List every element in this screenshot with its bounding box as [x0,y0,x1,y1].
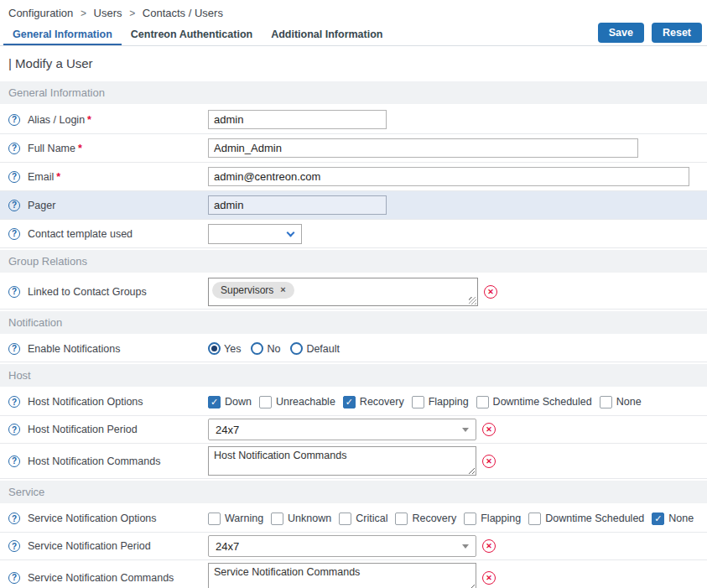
checkbox-unknown[interactable]: Unknown [271,513,331,525]
checkbox-recovery[interactable]: Recovery [343,396,404,408]
breadcrumb-users[interactable]: Users [94,7,122,19]
host-notification-commands-label: Host Notification Commands [28,455,160,467]
clear-field-icon[interactable] [484,285,497,299]
row-linked-contact-groups: Linked to Contact Groups Supervisors [0,274,707,310]
row-host-notification-commands: Host Notification Commands Host Notifica… [0,444,707,479]
help-icon[interactable] [8,171,20,183]
clear-field-icon[interactable] [482,539,496,553]
help-icon[interactable] [8,343,20,355]
pager-input[interactable] [208,195,387,215]
checkbox-down[interactable]: Down [208,396,252,408]
row-pager: Pager [0,191,707,220]
section-header-notification: Notification [0,311,707,334]
checkbox-none[interactable]: None [652,513,694,525]
help-icon[interactable] [8,540,20,552]
help-icon[interactable] [8,396,20,408]
service-period-value: 24x7 [216,540,239,553]
checkbox-icon[interactable] [208,396,221,408]
service-notification-period-dropdown[interactable]: 24x7 [208,535,476,557]
checkbox-icon[interactable] [395,513,408,525]
help-icon[interactable] [8,513,20,524]
reset-button[interactable]: Reset [652,23,702,43]
dropdown-caret-icon [462,428,469,432]
host-notification-period-label: Host Notification Period [28,424,138,435]
contact-template-label: Contact template used [28,228,133,240]
checkbox-downtime-scheduled[interactable]: Downtime Scheduled [476,396,592,408]
checkbox-icon[interactable] [259,396,272,408]
email-input[interactable] [208,167,689,186]
help-icon[interactable] [8,286,20,298]
row-service-notification-commands: Service Notification Commands Service No… [0,560,707,588]
radio-icon[interactable] [290,342,303,355]
host-notification-period-dropdown[interactable]: 24x7 [208,419,476,440]
radio-no[interactable]: No [251,342,280,355]
checkbox-unreachable[interactable]: Unreachable [259,396,335,408]
chip-label: Supervisors [221,284,273,296]
help-icon[interactable] [8,228,20,240]
help-icon[interactable] [8,200,20,211]
checkbox-icon[interactable] [464,513,476,525]
section-header-general-information: General Information [0,81,707,104]
resize-handle[interactable] [469,297,476,304]
checkbox-icon[interactable] [343,396,356,408]
radio-icon[interactable] [251,342,263,355]
alias-login-input[interactable] [208,110,387,129]
checkbox-icon[interactable] [271,513,283,525]
service-notification-commands-input[interactable]: Service Notification Commands [208,563,476,588]
contact-groups-multiselect[interactable]: Supervisors [208,278,478,306]
radio-icon[interactable] [208,342,221,355]
dropdown-caret-icon [462,544,469,549]
help-icon[interactable] [8,424,20,435]
checkbox-icon[interactable] [412,396,424,408]
pager-label: Pager [28,200,55,211]
chip-remove-icon[interactable] [280,285,285,294]
help-icon[interactable] [8,114,20,126]
linked-contact-groups-label: Linked to Contact Groups [28,286,147,298]
checkbox-flapping[interactable]: Flapping [464,513,521,525]
help-icon[interactable] [8,455,20,467]
clear-field-icon[interactable] [482,423,496,436]
checkbox-flapping[interactable]: Flapping [412,396,469,408]
host-options-checkbox-group: Down Unreachable Recovery Flapping Downt… [208,396,642,408]
checkbox-none[interactable]: None [600,396,642,408]
checkbox-warning[interactable]: Warning [208,513,263,525]
breadcrumb-configuration[interactable]: Configuration [8,7,73,19]
clear-field-icon[interactable] [482,571,496,585]
breadcrumb: Configuration > Users > Contacts / Users [0,0,707,23]
required-asterisk: * [87,114,91,126]
host-notification-commands-input[interactable]: Host Notification Commands [208,446,476,476]
checkbox-icon[interactable] [600,396,612,408]
checkbox-recovery[interactable]: Recovery [395,513,456,525]
contact-template-select[interactable] [208,224,302,244]
service-notification-period-label: Service Notification Period [28,540,151,552]
checkbox-icon[interactable] [528,513,541,525]
tab-centreon-authentication[interactable]: Centreon Authentication [122,23,262,45]
tab-general-information[interactable]: General Information [3,23,122,45]
radio-default[interactable]: Default [290,342,340,355]
section-header-group-relations: Group Relations [0,250,707,273]
help-icon[interactable] [8,143,20,154]
required-asterisk: * [78,143,82,154]
section-header-host: Host [0,364,707,387]
email-label: Email* [28,171,60,183]
tab-additional-information[interactable]: Additional Information [262,23,392,45]
checkbox-icon[interactable] [652,513,664,525]
checkbox-icon[interactable] [476,396,489,408]
row-service-notification-period: Service Notification Period 24x7 [0,533,707,560]
service-notification-commands-label: Service Notification Commands [28,572,174,584]
clear-field-icon[interactable] [482,455,496,468]
checkbox-icon[interactable] [339,513,351,525]
full-name-input[interactable] [208,138,638,158]
help-icon[interactable] [8,572,20,584]
breadcrumb-contacts-users[interactable]: Contacts / Users [143,7,223,19]
checkbox-icon[interactable] [208,513,221,525]
section-header-service: Service [0,481,707,503]
service-notification-options-label: Service Notification Options [28,513,157,524]
checkbox-downtime-scheduled[interactable]: Downtime Scheduled [528,513,644,525]
radio-yes[interactable]: Yes [208,342,241,355]
row-enable-notifications: Enable Notifications Yes No Default [0,336,707,362]
save-button[interactable]: Save [598,23,644,43]
alias-login-label: Alias / Login* [28,114,91,126]
page-title: | Modify a User [0,46,707,80]
checkbox-critical[interactable]: Critical [339,513,387,525]
